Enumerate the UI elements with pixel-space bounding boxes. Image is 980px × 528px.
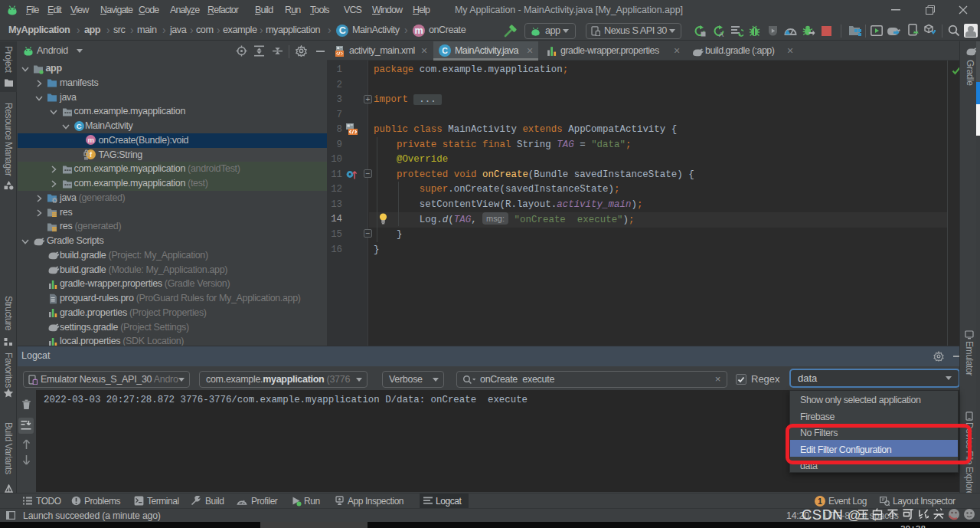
- svg-text:A: A: [719, 31, 724, 38]
